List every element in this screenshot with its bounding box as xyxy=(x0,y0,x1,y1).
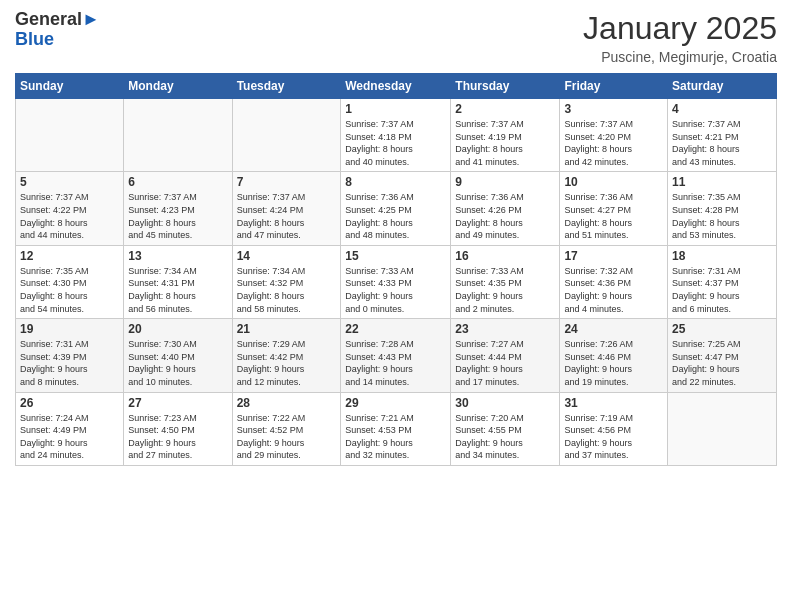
day-number: 23 xyxy=(455,322,555,336)
page-header: General► Blue January 2025 Puscine, Megi… xyxy=(15,10,777,65)
logo-general: General xyxy=(15,9,82,29)
day-number: 19 xyxy=(20,322,119,336)
day-info: Sunrise: 7:33 AM Sunset: 4:35 PM Dayligh… xyxy=(455,265,555,315)
calendar-cell: 26Sunrise: 7:24 AM Sunset: 4:49 PM Dayli… xyxy=(16,392,124,465)
calendar-cell: 9Sunrise: 7:36 AM Sunset: 4:26 PM Daylig… xyxy=(451,172,560,245)
day-info: Sunrise: 7:29 AM Sunset: 4:42 PM Dayligh… xyxy=(237,338,337,388)
day-info: Sunrise: 7:26 AM Sunset: 4:46 PM Dayligh… xyxy=(564,338,663,388)
day-info: Sunrise: 7:21 AM Sunset: 4:53 PM Dayligh… xyxy=(345,412,446,462)
day-number: 31 xyxy=(564,396,663,410)
day-info: Sunrise: 7:37 AM Sunset: 4:20 PM Dayligh… xyxy=(564,118,663,168)
calendar-week-row: 1Sunrise: 7:37 AM Sunset: 4:18 PM Daylig… xyxy=(16,99,777,172)
day-number: 8 xyxy=(345,175,446,189)
day-info: Sunrise: 7:36 AM Sunset: 4:27 PM Dayligh… xyxy=(564,191,663,241)
day-info: Sunrise: 7:23 AM Sunset: 4:50 PM Dayligh… xyxy=(128,412,227,462)
calendar-cell: 18Sunrise: 7:31 AM Sunset: 4:37 PM Dayli… xyxy=(668,245,777,318)
day-info: Sunrise: 7:36 AM Sunset: 4:25 PM Dayligh… xyxy=(345,191,446,241)
day-info: Sunrise: 7:37 AM Sunset: 4:23 PM Dayligh… xyxy=(128,191,227,241)
calendar-cell: 15Sunrise: 7:33 AM Sunset: 4:33 PM Dayli… xyxy=(341,245,451,318)
day-number: 26 xyxy=(20,396,119,410)
calendar-cell: 10Sunrise: 7:36 AM Sunset: 4:27 PM Dayli… xyxy=(560,172,668,245)
day-number: 17 xyxy=(564,249,663,263)
calendar-cell: 8Sunrise: 7:36 AM Sunset: 4:25 PM Daylig… xyxy=(341,172,451,245)
day-info: Sunrise: 7:30 AM Sunset: 4:40 PM Dayligh… xyxy=(128,338,227,388)
calendar-cell: 23Sunrise: 7:27 AM Sunset: 4:44 PM Dayli… xyxy=(451,319,560,392)
title-block: January 2025 Puscine, Megimurje, Croatia xyxy=(583,10,777,65)
calendar-cell xyxy=(16,99,124,172)
day-number: 13 xyxy=(128,249,227,263)
day-info: Sunrise: 7:34 AM Sunset: 4:31 PM Dayligh… xyxy=(128,265,227,315)
calendar-cell: 13Sunrise: 7:34 AM Sunset: 4:31 PM Dayli… xyxy=(124,245,232,318)
day-number: 1 xyxy=(345,102,446,116)
day-number: 10 xyxy=(564,175,663,189)
location-subtitle: Puscine, Megimurje, Croatia xyxy=(583,49,777,65)
day-info: Sunrise: 7:19 AM Sunset: 4:56 PM Dayligh… xyxy=(564,412,663,462)
day-number: 12 xyxy=(20,249,119,263)
col-thursday: Thursday xyxy=(451,74,560,99)
day-info: Sunrise: 7:20 AM Sunset: 4:55 PM Dayligh… xyxy=(455,412,555,462)
calendar-cell: 28Sunrise: 7:22 AM Sunset: 4:52 PM Dayli… xyxy=(232,392,341,465)
col-sunday: Sunday xyxy=(16,74,124,99)
day-info: Sunrise: 7:37 AM Sunset: 4:18 PM Dayligh… xyxy=(345,118,446,168)
day-number: 24 xyxy=(564,322,663,336)
calendar-cell: 21Sunrise: 7:29 AM Sunset: 4:42 PM Dayli… xyxy=(232,319,341,392)
calendar-cell xyxy=(124,99,232,172)
calendar-cell: 4Sunrise: 7:37 AM Sunset: 4:21 PM Daylig… xyxy=(668,99,777,172)
calendar-header-row: Sunday Monday Tuesday Wednesday Thursday… xyxy=(16,74,777,99)
col-monday: Monday xyxy=(124,74,232,99)
calendar-cell: 11Sunrise: 7:35 AM Sunset: 4:28 PM Dayli… xyxy=(668,172,777,245)
day-info: Sunrise: 7:37 AM Sunset: 4:21 PM Dayligh… xyxy=(672,118,772,168)
day-number: 30 xyxy=(455,396,555,410)
day-number: 5 xyxy=(20,175,119,189)
calendar-cell: 24Sunrise: 7:26 AM Sunset: 4:46 PM Dayli… xyxy=(560,319,668,392)
calendar-cell: 3Sunrise: 7:37 AM Sunset: 4:20 PM Daylig… xyxy=(560,99,668,172)
day-number: 29 xyxy=(345,396,446,410)
day-info: Sunrise: 7:36 AM Sunset: 4:26 PM Dayligh… xyxy=(455,191,555,241)
calendar-week-row: 5Sunrise: 7:37 AM Sunset: 4:22 PM Daylig… xyxy=(16,172,777,245)
day-info: Sunrise: 7:31 AM Sunset: 4:39 PM Dayligh… xyxy=(20,338,119,388)
calendar-cell: 1Sunrise: 7:37 AM Sunset: 4:18 PM Daylig… xyxy=(341,99,451,172)
day-info: Sunrise: 7:32 AM Sunset: 4:36 PM Dayligh… xyxy=(564,265,663,315)
calendar-table: Sunday Monday Tuesday Wednesday Thursday… xyxy=(15,73,777,466)
day-number: 25 xyxy=(672,322,772,336)
day-info: Sunrise: 7:25 AM Sunset: 4:47 PM Dayligh… xyxy=(672,338,772,388)
calendar-cell: 5Sunrise: 7:37 AM Sunset: 4:22 PM Daylig… xyxy=(16,172,124,245)
calendar-cell xyxy=(232,99,341,172)
day-number: 2 xyxy=(455,102,555,116)
day-number: 28 xyxy=(237,396,337,410)
day-number: 4 xyxy=(672,102,772,116)
day-info: Sunrise: 7:22 AM Sunset: 4:52 PM Dayligh… xyxy=(237,412,337,462)
day-number: 21 xyxy=(237,322,337,336)
day-info: Sunrise: 7:35 AM Sunset: 4:30 PM Dayligh… xyxy=(20,265,119,315)
day-info: Sunrise: 7:31 AM Sunset: 4:37 PM Dayligh… xyxy=(672,265,772,315)
calendar-cell: 7Sunrise: 7:37 AM Sunset: 4:24 PM Daylig… xyxy=(232,172,341,245)
calendar-week-row: 26Sunrise: 7:24 AM Sunset: 4:49 PM Dayli… xyxy=(16,392,777,465)
calendar-cell: 14Sunrise: 7:34 AM Sunset: 4:32 PM Dayli… xyxy=(232,245,341,318)
col-saturday: Saturday xyxy=(668,74,777,99)
day-number: 22 xyxy=(345,322,446,336)
day-info: Sunrise: 7:37 AM Sunset: 4:22 PM Dayligh… xyxy=(20,191,119,241)
day-info: Sunrise: 7:37 AM Sunset: 4:24 PM Dayligh… xyxy=(237,191,337,241)
calendar-week-row: 12Sunrise: 7:35 AM Sunset: 4:30 PM Dayli… xyxy=(16,245,777,318)
calendar-cell: 16Sunrise: 7:33 AM Sunset: 4:35 PM Dayli… xyxy=(451,245,560,318)
calendar-cell: 20Sunrise: 7:30 AM Sunset: 4:40 PM Dayli… xyxy=(124,319,232,392)
calendar-cell: 17Sunrise: 7:32 AM Sunset: 4:36 PM Dayli… xyxy=(560,245,668,318)
calendar-cell: 2Sunrise: 7:37 AM Sunset: 4:19 PM Daylig… xyxy=(451,99,560,172)
day-info: Sunrise: 7:27 AM Sunset: 4:44 PM Dayligh… xyxy=(455,338,555,388)
calendar-cell: 29Sunrise: 7:21 AM Sunset: 4:53 PM Dayli… xyxy=(341,392,451,465)
logo-blue-triangle: ► xyxy=(82,9,100,29)
day-number: 15 xyxy=(345,249,446,263)
calendar-cell: 22Sunrise: 7:28 AM Sunset: 4:43 PM Dayli… xyxy=(341,319,451,392)
day-number: 27 xyxy=(128,396,227,410)
day-info: Sunrise: 7:37 AM Sunset: 4:19 PM Dayligh… xyxy=(455,118,555,168)
calendar-cell: 31Sunrise: 7:19 AM Sunset: 4:56 PM Dayli… xyxy=(560,392,668,465)
day-info: Sunrise: 7:35 AM Sunset: 4:28 PM Dayligh… xyxy=(672,191,772,241)
col-wednesday: Wednesday xyxy=(341,74,451,99)
day-number: 11 xyxy=(672,175,772,189)
calendar-cell xyxy=(668,392,777,465)
calendar-cell: 12Sunrise: 7:35 AM Sunset: 4:30 PM Dayli… xyxy=(16,245,124,318)
day-number: 3 xyxy=(564,102,663,116)
day-number: 7 xyxy=(237,175,337,189)
col-tuesday: Tuesday xyxy=(232,74,341,99)
day-number: 16 xyxy=(455,249,555,263)
